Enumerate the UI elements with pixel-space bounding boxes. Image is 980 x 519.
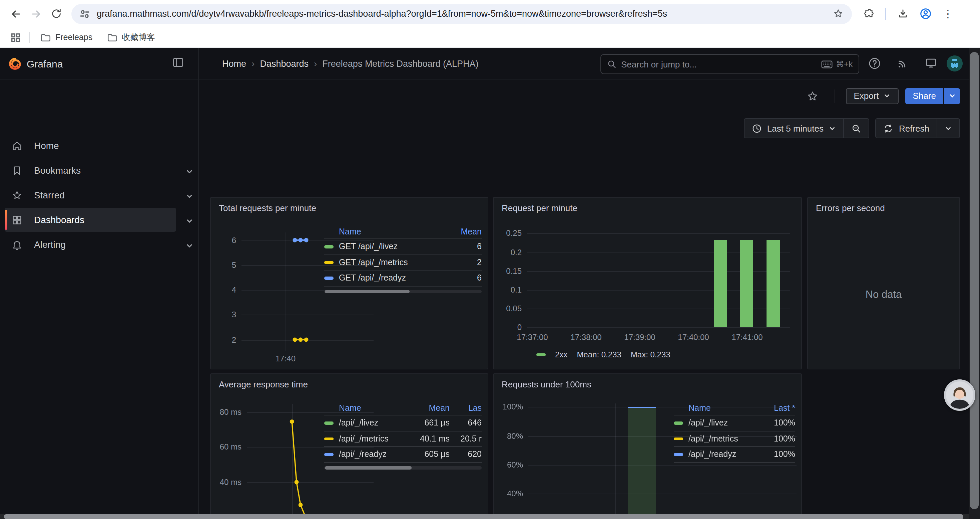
legend-header-name[interactable]: Name [339,227,444,236]
legend-header-name[interactable]: Name [689,404,760,413]
profile-icon[interactable] [915,4,935,24]
actions-divider [834,89,835,102]
help-icon[interactable] [868,57,881,73]
news-rss-icon[interactable] [897,57,908,72]
dashboard-actions: Export Share [199,80,980,112]
share-button[interactable]: Share [905,88,943,104]
crumb-separator-icon: › [246,58,260,69]
series-name[interactable]: /api/_/livez [689,418,760,428]
chevron-down-icon[interactable] [185,191,194,199]
chevron-down-icon[interactable] [185,216,194,224]
legend-header-row: NameMean [324,225,482,239]
downloads-icon[interactable] [892,4,913,24]
series-name[interactable]: /api/_/livez [339,418,408,428]
sidebar-item-alerting[interactable]: Alerting [5,232,176,257]
series-name[interactable]: /api/_/metrics [689,434,760,444]
panel-request-per-minute: Request per minute 0.250.20.150.10.05017… [493,197,802,369]
legend-row[interactable]: /api/_/readyz605 µs620 [324,447,482,463]
kiosk-monitor-icon[interactable] [924,57,937,72]
bar [713,240,727,327]
legend-header-value[interactable]: Mean [444,227,482,236]
series-value: 661 µs [408,418,450,428]
assistant-avatar[interactable] [944,379,975,411]
series-name[interactable]: GET /api/_/metrics [339,258,444,267]
y-axis-tick: 40% [494,489,523,498]
legend-row[interactable]: /api/_/livez100% [674,415,795,431]
series-color-pill [674,453,683,456]
legend-row[interactable]: /api/_/livez661 µs646 [324,415,482,431]
site-settings-icon[interactable] [80,8,90,19]
legend-row[interactable]: /api/_/readyz100% [674,447,795,463]
legend-scrollbar[interactable] [324,466,482,469]
refresh-interval-button[interactable] [937,119,959,137]
chevron-down-icon[interactable] [185,241,194,249]
sidebar-item-starred[interactable]: Starred [5,183,176,207]
breadcrumb-item[interactable]: Home [222,58,246,69]
y-axis-tick: 4 [211,285,236,295]
panel-requests-under-100ms: Requests under 100ms 100%80%60%40%20%0%1… [493,374,802,519]
sidebar-toggle-icon[interactable] [173,57,183,70]
refresh-button[interactable]: Refresh [876,119,937,137]
gridline [527,327,790,328]
back-icon[interactable] [6,4,26,24]
user-avatar[interactable] [947,56,963,72]
browser-menu-icon[interactable]: ⋮ [938,4,958,24]
y-axis-tick: 0.25 [494,229,522,238]
export-button[interactable]: Export [846,88,899,104]
search-box[interactable]: ⌘+k [600,54,859,74]
series-name[interactable]: GET /api/_/readyz [339,273,444,283]
legend-header-value[interactable]: Last * [760,404,795,413]
breadcrumb-item[interactable]: Freeleaps Metrics Dashboard (ALPHA) [322,58,478,69]
y-axis-tick: 100% [494,402,523,412]
gridline [247,482,374,483]
gridline-vertical [615,404,616,519]
bookmark-star-icon[interactable] [832,8,844,19]
legend-scrollbar-thumb[interactable] [325,289,410,293]
y-axis-tick: 2 [211,335,236,344]
apps-grid-icon[interactable] [7,29,24,46]
vertical-scrollbar[interactable] [969,48,980,519]
legend-header-row: NameMeanLas [324,401,482,415]
search-input[interactable] [621,59,821,69]
sidebar-item-bookmarks[interactable]: Bookmarks [5,158,176,182]
legend-row[interactable]: GET /api/_/readyz6 [324,270,482,286]
extensions-icon[interactable] [859,4,878,24]
chevron-down-icon[interactable] [185,166,194,174]
series-value: 2 [444,258,482,267]
series-name[interactable]: /api/_/readyz [339,450,408,459]
bookmark-item[interactable]: Freeleaps [35,31,98,44]
legend-row[interactable]: GET /api/_/metrics2 [324,255,482,270]
zoom-out-button[interactable] [843,119,869,137]
legend-row[interactable]: GET /api/_/livez6 [324,239,482,255]
legend-row[interactable]: /api/_/metrics40.1 ms20.5 r [324,431,482,447]
series-name[interactable]: GET /api/_/livez [339,242,444,251]
legend-table: NameLast */api/_/livez100%/api/_/metrics… [674,401,795,463]
panel-title[interactable]: Errors per second [816,203,885,213]
series-name[interactable]: /api/_/readyz [689,450,760,459]
y-axis-tick: 0.15 [494,267,522,276]
legend-scrollbar[interactable] [324,289,482,293]
sidebar-item-home[interactable]: Home [5,134,176,158]
legend-series-name[interactable]: 2xx [555,350,567,359]
reload-icon[interactable] [46,4,66,24]
chevron-down-icon [948,92,956,99]
legend-header-name[interactable]: Name [339,404,408,413]
x-axis-tick: 17:37:00 [517,333,548,342]
forward-icon[interactable] [26,4,46,24]
favorite-star-icon[interactable] [806,90,818,102]
legend-header-value[interactable]: Las [450,404,482,413]
horizontal-scrollbar[interactable] [0,514,969,519]
sidebar-item-dashboards[interactable]: Dashboards [5,208,176,232]
legend-header-value[interactable]: Mean [408,404,450,413]
share-menu-button[interactable] [944,88,960,104]
grafana-logo-icon[interactable] [9,57,21,70]
time-range-button[interactable]: Last 5 minutes [745,119,843,137]
bookmark-item[interactable]: 收藏博客 [102,30,161,45]
legend-row[interactable]: /api/_/metrics100% [674,431,795,447]
series-name[interactable]: /api/_/metrics [339,434,408,444]
series-value: 6 [444,273,482,283]
refresh-group: Refresh [876,118,960,138]
legend-scrollbar-thumb[interactable] [325,466,412,469]
url-bar[interactable]: grafana.mathmast.com/d/deytv4rwavabkb/fr… [72,4,852,24]
breadcrumb-item[interactable]: Dashboards [260,58,309,69]
